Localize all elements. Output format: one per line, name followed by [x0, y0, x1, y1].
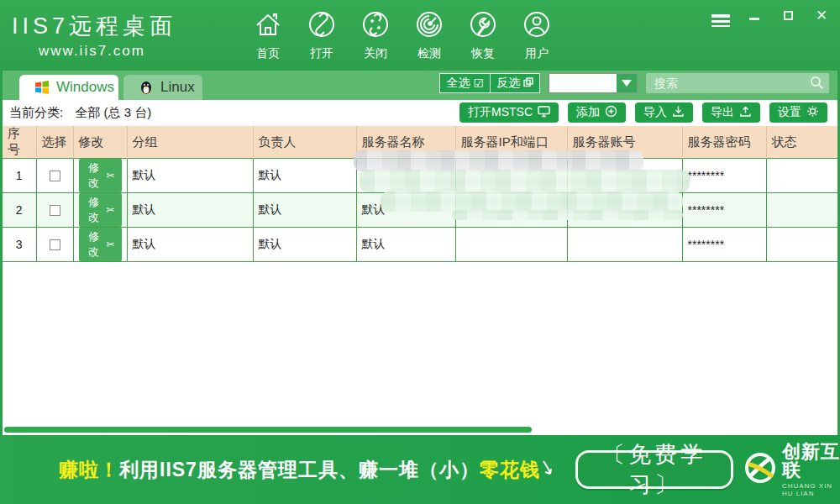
dropdown-value	[549, 74, 617, 92]
link-broken-icon	[360, 9, 391, 43]
nav-detect[interactable]: 检测	[413, 9, 445, 61]
export-button[interactable]: 导出	[702, 102, 760, 123]
chuangxin-logo-icon	[743, 451, 777, 488]
row-checkbox[interactable]	[50, 239, 60, 250]
ad-text-suffix: 零花钱	[480, 459, 540, 480]
tools-icon: ✂	[106, 204, 114, 216]
select-all-button[interactable]: 全选 ☑	[440, 74, 490, 92]
col-index[interactable]: 序号	[3, 126, 36, 159]
menu-icon[interactable]	[711, 7, 731, 24]
cell-select	[36, 228, 73, 262]
nav-close-conn[interactable]: 关闭	[360, 9, 391, 61]
cell-status	[766, 228, 837, 262]
brand-subtitle: CHUANG XIN HU LIAN	[782, 482, 840, 497]
cell-owner: 默认	[253, 228, 356, 262]
add-button[interactable]: 添加	[568, 102, 626, 123]
tab-linux[interactable]: Linux	[123, 75, 202, 100]
row-checkbox[interactable]	[50, 171, 60, 181]
export-label: 导出	[711, 105, 734, 120]
windows-logo-icon	[34, 80, 50, 95]
checkbox-checked-icon: ☑	[473, 76, 484, 90]
linux-logo-icon	[139, 80, 154, 95]
nav-restore[interactable]: 恢复	[467, 9, 499, 61]
col-password[interactable]: 服务器密码	[682, 126, 766, 159]
modify-button[interactable]: 修改✂	[79, 193, 122, 227]
col-status[interactable]: 状态	[766, 126, 837, 159]
ad-text: 赚啦！利用IIS7服务器管理工具、赚一堆（小）零花钱	[59, 457, 554, 483]
cell-owner: 默认	[253, 159, 356, 193]
privacy-blur	[360, 170, 690, 192]
close-icon[interactable]: ✕	[811, 7, 832, 24]
brand-logo[interactable]: 创新互联 CHUANG XIN HU LIAN	[743, 443, 840, 497]
window-controls: ✕	[711, 7, 832, 24]
dropdown-button[interactable]	[617, 74, 637, 92]
cell-group: 默认	[127, 228, 253, 262]
col-select[interactable]: 选择	[36, 126, 73, 159]
nav-user[interactable]: 用户	[521, 9, 553, 61]
cell-index: 1	[3, 159, 36, 193]
app-header: IIS7远程桌面 www.iis7.com 首页	[0, 0, 840, 71]
table-row: 3 修改✂ 默认 默认 默认 ********	[3, 228, 837, 262]
import-button[interactable]: 导入	[635, 102, 693, 123]
modify-button-label: 修改	[86, 229, 102, 260]
cell-group: 默认	[127, 159, 253, 193]
invert-selection-button[interactable]: 反选	[490, 74, 539, 92]
brand-name: 创新互联	[782, 443, 840, 480]
col-owner[interactable]: 负责人	[253, 126, 356, 159]
modify-button-label: 修改	[86, 195, 102, 225]
col-group[interactable]: 分组	[127, 126, 253, 159]
cell-password: ********	[682, 159, 766, 193]
home-icon	[253, 9, 283, 43]
nav-home[interactable]: 首页	[252, 9, 284, 61]
open-mstsc-button[interactable]: 打开MSTSC	[459, 102, 559, 123]
cell-owner: 默认	[253, 193, 356, 228]
cell-select	[36, 159, 73, 193]
row-checkbox[interactable]	[50, 205, 60, 216]
invert-selection-label: 反选	[496, 76, 520, 91]
scrollbar-thumb[interactable]	[4, 427, 532, 433]
ad-banner[interactable]: 赚啦！利用IIS7服务器管理工具、赚一堆（小）零花钱 〔免费学习〕 创新互联 C…	[0, 435, 840, 504]
chevron-down-icon	[622, 80, 632, 87]
category-label: 当前分类:	[9, 105, 63, 119]
cell-password: ********	[682, 193, 766, 228]
nav-detect-label: 检测	[417, 46, 441, 61]
cell-modify: 修改✂	[73, 159, 127, 193]
free-learn-button[interactable]: 〔免费学习〕	[575, 450, 733, 489]
modify-button[interactable]: 修改✂	[79, 228, 122, 261]
nav-open[interactable]: 打开	[306, 9, 338, 61]
privacy-blur	[354, 150, 643, 171]
nav-user-label: 用户	[525, 46, 549, 61]
import-label: 导入	[643, 105, 667, 120]
search-box	[646, 73, 829, 93]
add-label: 添加	[576, 105, 600, 120]
minimize-icon[interactable]	[744, 7, 764, 24]
horizontal-scrollbar	[3, 426, 837, 433]
logo-subtitle: www.iis7.com	[39, 43, 197, 60]
modify-button[interactable]: 修改✂	[79, 159, 122, 192]
select-all-label: 全选	[446, 76, 470, 91]
plus-circle-icon	[605, 105, 617, 120]
tab-strip: Windows Linux 全选 ☑	[0, 71, 840, 100]
privacy-blur	[381, 192, 683, 212]
cell-status	[766, 159, 837, 193]
cell-server-name: 默认	[356, 228, 455, 262]
cell-password: ********	[682, 228, 766, 262]
open-mstsc-label: 打开MSTSC	[468, 105, 533, 120]
user-icon	[522, 9, 552, 43]
app-window: IIS7远程桌面 www.iis7.com 首页	[0, 0, 840, 504]
category-bar: 当前分类: 全部 (总 3 台) 打开MSTSC 添加	[3, 100, 837, 125]
nav-open-label: 打开	[310, 46, 333, 61]
maximize-icon[interactable]	[778, 7, 798, 24]
main-content: 当前分类: 全部 (总 3 台) 打开MSTSC 添加	[0, 100, 840, 435]
search-input[interactable]	[646, 73, 829, 93]
settings-button[interactable]: 设置	[769, 102, 827, 123]
cell-modify: 修改✂	[73, 193, 127, 228]
cell-select	[36, 193, 73, 228]
app-logo: IIS7远程桌面 www.iis7.com	[12, 11, 197, 60]
group-filter-dropdown[interactable]	[549, 73, 638, 93]
tab-windows[interactable]: Windows	[19, 75, 118, 100]
tools-icon: ✂	[106, 239, 114, 250]
cell-account	[567, 228, 682, 262]
col-modify[interactable]: 修改	[73, 126, 127, 159]
nav-home-label: 首页	[256, 46, 280, 61]
